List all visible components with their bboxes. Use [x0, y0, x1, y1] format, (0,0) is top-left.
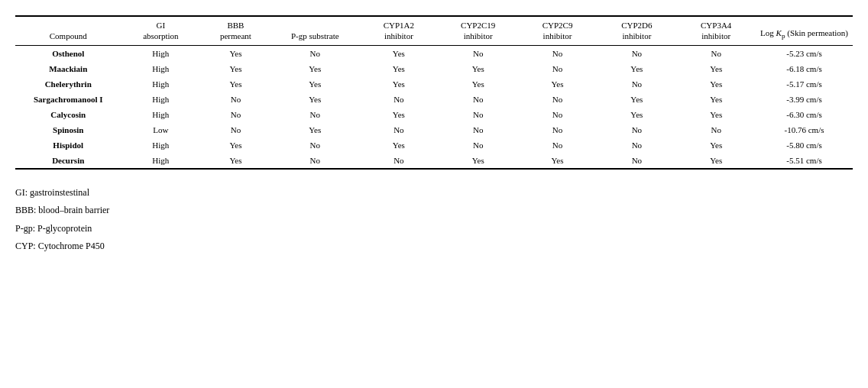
cell-cyp1a2: Yes: [359, 45, 439, 61]
cell-gi: High: [121, 61, 200, 76]
cell-cyp2c19: No: [439, 107, 518, 122]
cell-cyp2c9: Yes: [518, 76, 598, 92]
cell-compound: Sargachromanool I: [15, 92, 121, 107]
cell-cyp2c9: No: [518, 122, 598, 137]
cell-cyp2c9: No: [518, 61, 598, 76]
cell-compound: Calycosin: [15, 107, 121, 122]
cell-cyp2c19: No: [439, 122, 518, 137]
cell-bbb: Yes: [200, 45, 270, 61]
cell-logkp: -6.30 cm/s: [756, 107, 853, 122]
col-header-bbb: BBBpermeant: [200, 16, 270, 45]
cell-cyp2c19: Yes: [439, 76, 518, 92]
cell-bbb: No: [200, 122, 270, 137]
cell-compound: Decursin: [15, 153, 121, 169]
cell-pgp: Yes: [271, 76, 359, 92]
cell-cyp2c9: Yes: [518, 153, 598, 169]
col-header-cyp1a2: CYP1A2inhibitor: [359, 16, 439, 45]
cell-cyp3a4: Yes: [676, 107, 756, 122]
cell-pgp: Yes: [271, 61, 359, 76]
cell-gi: High: [121, 76, 200, 92]
cell-bbb: Yes: [200, 137, 270, 153]
cell-cyp2c19: No: [439, 137, 518, 153]
col-header-logkp: Log Kp (Skin permeation): [756, 16, 853, 45]
cell-cyp2c9: No: [518, 92, 598, 107]
table-row: ChelerythrinHighYesYesYesYesYesNoYes-5.1…: [15, 76, 853, 92]
cell-logkp: -3.99 cm/s: [756, 92, 853, 107]
cell-cyp1a2: No: [359, 153, 439, 169]
cell-logkp: -10.76 cm/s: [756, 122, 853, 137]
cell-cyp2d6: Yes: [597, 92, 676, 107]
cell-cyp3a4: No: [676, 45, 756, 61]
table-row: OsthenolHighYesNoYesNoNoNoNo-5.23 cm/s: [15, 45, 853, 61]
table-header-row: Compound GIabsorption BBBpermeant P-gp s…: [15, 16, 853, 45]
cell-cyp1a2: Yes: [359, 137, 439, 153]
cell-gi: High: [121, 92, 200, 107]
cell-bbb: Yes: [200, 61, 270, 76]
cell-logkp: -6.18 cm/s: [756, 61, 853, 76]
cell-cyp2d6: No: [597, 45, 676, 61]
cell-gi: Low: [121, 122, 200, 137]
table-row: CalycosinHighNoNoYesNoNoYesYes-6.30 cm/s: [15, 107, 853, 122]
table-row: HispidolHighYesNoYesNoNoNoYes-5.80 cm/s: [15, 137, 853, 153]
cell-pgp: No: [271, 107, 359, 122]
cell-cyp3a4: Yes: [676, 61, 756, 76]
cell-cyp2c9: No: [518, 45, 598, 61]
cell-cyp2c19: Yes: [439, 153, 518, 169]
col-header-cyp2c9: CYP2C9inhibitor: [518, 16, 598, 45]
cell-compound: Hispidol: [15, 137, 121, 153]
cell-cyp2c9: No: [518, 107, 598, 122]
cell-bbb: Yes: [200, 76, 270, 92]
cell-cyp1a2: Yes: [359, 107, 439, 122]
cell-cyp2d6: No: [597, 153, 676, 169]
cell-pgp: Yes: [271, 92, 359, 107]
cell-cyp2c19: No: [439, 45, 518, 61]
cell-cyp1a2: Yes: [359, 61, 439, 76]
cell-cyp2c19: No: [439, 92, 518, 107]
cell-bbb: No: [200, 92, 270, 107]
cell-gi: High: [121, 137, 200, 153]
cell-pgp: No: [271, 45, 359, 61]
cell-logkp: -5.51 cm/s: [756, 153, 853, 169]
cell-cyp2d6: No: [597, 76, 676, 92]
col-header-cyp3a4: CYP3A4inhibitor: [676, 16, 756, 45]
footnote-cyp: CYP: Cytochrome P450: [15, 238, 853, 255]
cell-cyp3a4: No: [676, 122, 756, 137]
col-header-cyp2c19: CYP2C19inhibitor: [439, 16, 518, 45]
table-row: DecursinHighYesNoNoYesYesNoYes-5.51 cm/s: [15, 153, 853, 169]
cell-compound: Spinosin: [15, 122, 121, 137]
cell-gi: High: [121, 45, 200, 61]
cell-cyp3a4: Yes: [676, 76, 756, 92]
main-table-container: Compound GIabsorption BBBpermeant P-gp s…: [15, 15, 853, 170]
cell-gi: High: [121, 153, 200, 169]
cell-pgp: Yes: [271, 122, 359, 137]
table-row: MaackiainHighYesYesYesYesNoYesYes-6.18 c…: [15, 61, 853, 76]
cell-logkp: -5.80 cm/s: [756, 137, 853, 153]
cell-cyp2c9: No: [518, 137, 598, 153]
col-header-gi: GIabsorption: [121, 16, 200, 45]
cell-bbb: No: [200, 107, 270, 122]
data-table: Compound GIabsorption BBBpermeant P-gp s…: [15, 15, 853, 170]
cell-cyp2d6: Yes: [597, 107, 676, 122]
cell-logkp: -5.23 cm/s: [756, 45, 853, 61]
table-row: Sargachromanool IHighNoYesNoNoNoYesYes-3…: [15, 92, 853, 107]
cell-pgp: No: [271, 153, 359, 169]
table-row: SpinosinLowNoYesNoNoNoNoNo-10.76 cm/s: [15, 122, 853, 137]
cell-cyp2d6: No: [597, 137, 676, 153]
footnote-pgp: P-gp: P-glycoprotein: [15, 221, 853, 238]
footnotes-section: GI: gastroinstestinal BBB: blood–brain b…: [15, 185, 853, 255]
cell-cyp3a4: Yes: [676, 92, 756, 107]
cell-gi: High: [121, 107, 200, 122]
cell-cyp2c19: Yes: [439, 61, 518, 76]
footnote-gi: GI: gastroinstestinal: [15, 185, 853, 202]
cell-compound: Chelerythrin: [15, 76, 121, 92]
col-header-compound: Compound: [15, 16, 121, 45]
cell-cyp2d6: No: [597, 122, 676, 137]
cell-compound: Osthenol: [15, 45, 121, 61]
cell-pgp: No: [271, 137, 359, 153]
footnote-bbb: BBB: blood–brain barrier: [15, 202, 853, 219]
cell-cyp2d6: Yes: [597, 61, 676, 76]
cell-cyp1a2: Yes: [359, 76, 439, 92]
cell-cyp1a2: No: [359, 92, 439, 107]
cell-logkp: -5.17 cm/s: [756, 76, 853, 92]
cell-cyp1a2: No: [359, 122, 439, 137]
